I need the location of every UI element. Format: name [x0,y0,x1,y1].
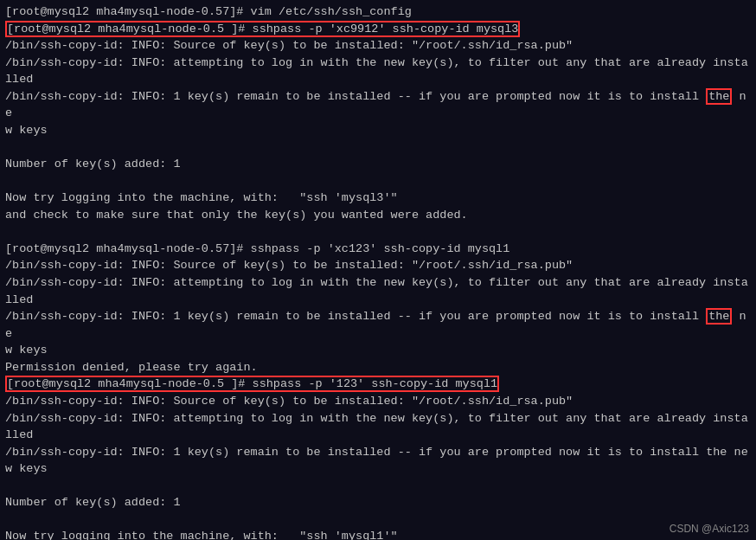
line-info-attempt-2b: lled [5,292,751,309]
line-keys-added-1: Number of key(s) added: 1 [5,156,751,173]
terminal: [root@mysql2 mha4mysql-node-0.57]# vim /… [0,0,756,540]
line-permission-denied: Permission denied, please try again. [5,359,751,376]
line-info-source-3: /bin/ssh-copy-id: INFO: Source of key(s)… [5,393,751,410]
line-vim-cmd: [root@mysql2 mha4mysql-node-0.57]# vim /… [5,3,751,21]
line-info-remain-1b: w keys [5,122,751,139]
blank-1 [5,139,751,157]
line-info-remain-3b: w keys [5,460,751,478]
line-info-remain-2b: w keys [5,342,751,359]
line-info-attempt-1b: lled [5,71,751,88]
line-info-remain-3: /bin/ssh-copy-id: INFO: 1 key(s) remain … [5,444,751,461]
blank-5 [5,511,751,529]
line-info-source-2: /bin/ssh-copy-id: INFO: Source of key(s)… [5,257,751,274]
blank-4 [5,478,751,495]
line-keys-added-2: Number of key(s) added: 1 [5,494,751,511]
line-info-attempt-3: /bin/ssh-copy-id: INFO: attempting to lo… [5,410,751,428]
line-info-source-1: /bin/ssh-copy-id: INFO: Source of key(s)… [5,37,751,55]
line-sshpass-xc123: [root@mysql2 mha4mysql-node-0.57]# sshpa… [5,241,751,258]
line-info-remain-2: /bin/ssh-copy-id: INFO: 1 key(s) remain … [5,308,751,342]
line-try-logging-1: Now try logging into the machine, with: … [5,190,751,207]
line-info-attempt-2: /bin/ssh-copy-id: INFO: attempting to lo… [5,274,751,292]
line-sshpass-xc9912: [root@mysql2 mha4mysql-node-0.57]# sshpa… [5,21,751,38]
blank-3 [5,223,751,241]
line-check-1: and check to make sure that only the key… [5,207,751,224]
line-info-attempt-3b: lled [5,427,751,444]
blank-2 [5,173,751,190]
line-try-logging-2: Now try logging into the machine, with: … [5,528,751,540]
line-sshpass-123: [root@mysql2 mha4mysql-node-0.57]# sshpa… [5,376,751,393]
line-info-attempt-1: /bin/ssh-copy-id: INFO: attempting to lo… [5,55,751,72]
watermark: CSDN @Axic123 [670,523,749,535]
line-info-remain-1: /bin/ssh-copy-id: INFO: 1 key(s) remain … [5,88,751,122]
